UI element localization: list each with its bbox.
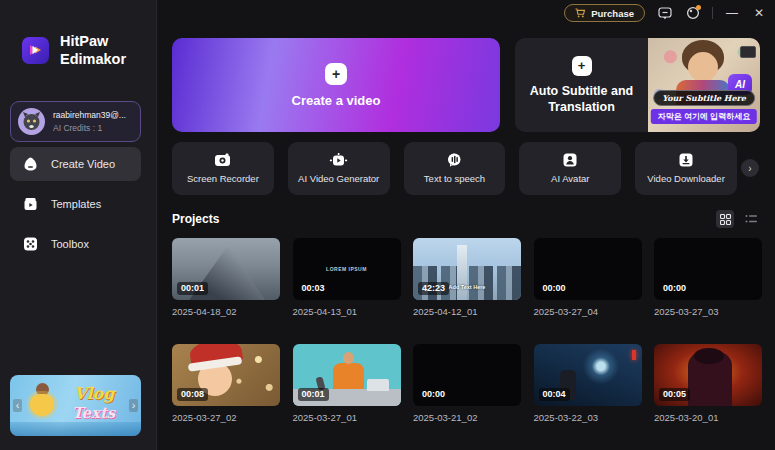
app-logo-icon <box>22 37 49 64</box>
promo-word-vlog: Vlog <box>74 384 114 403</box>
sidebar-item-label: Create Video <box>51 158 115 170</box>
tools-scroll-next-button[interactable]: › <box>741 159 759 177</box>
presenter-head-shape <box>343 352 354 364</box>
duration-badge: 00:00 <box>539 282 570 295</box>
tool-text-to-speech[interactable]: Text to speech <box>404 142 506 195</box>
project-card[interactable]: 00:05 2025-03-20_01 <box>654 344 762 423</box>
project-thumbnail-presenter: 00:01 <box>293 344 401 406</box>
auto-subtitle-text-block: + Auto Subtitle and Translation <box>515 38 648 132</box>
templates-icon <box>23 197 38 211</box>
grid-view-icon[interactable] <box>716 210 734 228</box>
tool-label: AI Avatar <box>551 173 589 184</box>
tool-video-downloader[interactable]: Video Downloader <box>635 142 737 195</box>
subtitle-sample-text: Your Subtitle Here <box>653 90 755 106</box>
project-card[interactable]: Add Text Here 42:23 2025-04-12_01 <box>413 238 521 317</box>
tool-ai-video-generator[interactable]: AI Video Generator <box>288 142 390 195</box>
plus-icon: + <box>572 56 592 76</box>
project-card[interactable]: 00:08 2025-03-27_02 <box>172 344 280 423</box>
presenter-laptop-shape <box>367 379 389 391</box>
project-name: 2025-03-20_01 <box>654 412 762 423</box>
account-card[interactable]: raabirehman39@... AI Credits : 1 <box>10 101 141 142</box>
cave-red-light-shape <box>632 350 636 360</box>
sidebar-item-label: Templates <box>51 198 101 210</box>
project-thumbnail-anime: 00:05 <box>654 344 762 406</box>
toolbox-icon <box>23 237 38 251</box>
updates-icon[interactable] <box>684 5 701 22</box>
titlebar-divider <box>712 7 713 19</box>
project-name: 2025-04-13_01 <box>293 306 401 317</box>
app-title-line1: HitPaw <box>60 32 126 50</box>
plus-icon: + <box>325 63 347 85</box>
project-card[interactable]: 00:01 2025-04-18_02 <box>172 238 280 317</box>
project-name: 2025-03-27_04 <box>534 306 642 317</box>
text-to-speech-icon <box>447 153 462 167</box>
anime-hair-shape <box>694 348 724 364</box>
project-name: 2025-04-12_01 <box>413 306 521 317</box>
tool-screen-recorder[interactable]: Screen Recorder <box>172 142 274 195</box>
create-video-icon <box>23 157 38 171</box>
tool-ai-avatar[interactable]: AI Avatar <box>519 142 621 195</box>
project-card[interactable]: 00:00 2025-03-27_03 <box>654 238 762 317</box>
photo-person-face <box>688 52 718 82</box>
account-email: raabirehman39@... <box>53 110 126 120</box>
promo-banner[interactable]: Vlog Texts ‹ › <box>10 375 141 436</box>
promo-next-icon[interactable]: › <box>129 399 138 412</box>
purchase-button[interactable]: Purchase <box>564 4 645 22</box>
project-name: 2025-03-27_03 <box>654 306 762 317</box>
notification-dot <box>696 5 701 10</box>
sidebar-item-create-video[interactable]: Create Video <box>10 147 141 181</box>
project-card[interactable]: LOREM IPSUM 00:03 2025-04-13_01 <box>293 238 401 317</box>
duration-badge: 00:00 <box>418 388 449 401</box>
feedback-icon[interactable] <box>656 5 673 22</box>
ai-avatar-icon <box>563 153 577 167</box>
minimize-button[interactable]: — <box>724 6 740 20</box>
project-name: 2025-03-27_02 <box>172 412 280 423</box>
project-name: 2025-04-18_02 <box>172 306 280 317</box>
presenter-body-shape <box>333 363 364 389</box>
video-downloader-icon <box>679 153 693 167</box>
tool-label: Video Downloader <box>647 173 724 184</box>
duration-badge: 42:23 <box>418 282 449 295</box>
list-view-icon[interactable] <box>742 210 760 228</box>
create-video-banner[interactable]: + Create a video <box>172 38 500 132</box>
promo-prev-icon[interactable]: ‹ <box>13 399 22 412</box>
sidebar: HitPaw Edimakor raabirehman39@... AI Cre… <box>0 0 157 450</box>
duration-badge: 00:01 <box>298 388 329 401</box>
thumbnail-overlay-text: LOREM IPSUM <box>293 266 401 272</box>
project-card[interactable]: 00:00 2025-03-27_04 <box>534 238 642 317</box>
duration-badge: 00:01 <box>177 282 208 295</box>
tool-shortcuts: Screen Recorder AI Video Generator Text … <box>172 142 737 195</box>
project-thumbnail-black: 00:00 <box>654 238 762 300</box>
sidebar-item-templates[interactable]: Templates <box>10 187 141 221</box>
project-card[interactable]: 00:04 2025-03-22_03 <box>534 344 642 423</box>
promo-sea <box>10 422 141 436</box>
sidebar-item-toolbox[interactable]: Toolbox <box>10 227 141 261</box>
project-thumbnail-black: 00:00 <box>413 344 521 406</box>
tool-label: Screen Recorder <box>187 173 259 184</box>
promo-duck-float <box>30 394 54 416</box>
project-name: 2025-03-22_03 <box>534 412 642 423</box>
project-name: 2025-03-27_01 <box>293 412 401 423</box>
project-card[interactable]: 00:00 2025-03-21_02 <box>413 344 521 423</box>
app-title: HitPaw Edimakor <box>60 32 126 68</box>
projects-header: Projects <box>172 210 760 228</box>
duration-badge: 00:00 <box>659 282 690 295</box>
photo-camera <box>740 46 756 58</box>
account-credits: AI Credits : 1 <box>53 123 126 133</box>
project-thumbnail-elf: 00:08 <box>172 344 280 406</box>
subtitle-sample-text-korean: 자막은 여기에 입력하세요 <box>651 109 757 124</box>
close-button[interactable]: ✕ <box>751 6 767 20</box>
city-tower-shape <box>457 245 467 300</box>
promo-word-texts: Texts <box>72 404 115 422</box>
screen-recorder-icon <box>214 153 231 167</box>
project-thumbnail-black: LOREM IPSUM 00:03 <box>293 238 401 300</box>
duration-badge: 00:04 <box>539 388 570 401</box>
auto-subtitle-banner[interactable]: + Auto Subtitle and Translation AI Your … <box>515 38 760 132</box>
purchase-label: Purchase <box>591 8 634 19</box>
auto-subtitle-photo: AI Your Subtitle Here 자막은 여기에 입력하세요 <box>648 38 760 132</box>
app-window: Purchase — ✕ HitPaw Edimakor <box>0 0 775 450</box>
project-card[interactable]: 00:01 2025-03-27_01 <box>293 344 401 423</box>
cart-icon <box>575 8 586 18</box>
duration-badge: 00:08 <box>177 388 208 401</box>
auto-subtitle-label: Auto Subtitle and Translation <box>525 83 638 115</box>
